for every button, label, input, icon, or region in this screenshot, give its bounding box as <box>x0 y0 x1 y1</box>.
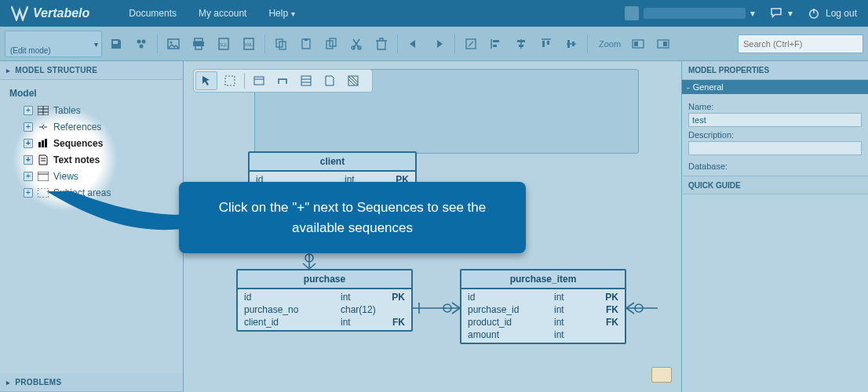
expand-icon[interactable]: + <box>24 139 33 148</box>
sql-export-button[interactable]: SQL <box>213 33 235 55</box>
xml-export-button[interactable]: XML <box>238 33 260 55</box>
col-key: FK <box>600 304 618 315</box>
svg-rect-30 <box>542 41 545 47</box>
align-middle-button[interactable] <box>560 33 582 55</box>
model-description-input[interactable] <box>688 141 862 155</box>
chevron-down-icon: ▾ <box>750 8 755 19</box>
tree-item-label: Sequences <box>53 138 103 149</box>
table-icon <box>38 106 49 115</box>
expand-icon[interactable]: + <box>24 106 33 115</box>
svg-rect-34 <box>572 42 574 46</box>
image-export-button[interactable] <box>162 33 184 55</box>
col-key: FK <box>386 317 405 328</box>
svg-rect-43 <box>38 142 41 147</box>
tree-item-views[interactable]: + Views <box>0 168 183 184</box>
relation-purchaseitem-external[interactable] <box>626 296 658 320</box>
duplicate-button[interactable] <box>320 33 342 55</box>
search-box[interactable] <box>738 34 863 53</box>
chat-button[interactable]: ▾ <box>769 6 793 20</box>
erd-table-purchase-item[interactable]: purchase_item idintPK purchase_idintFK p… <box>460 269 626 344</box>
col-type: int <box>341 317 386 328</box>
table-row[interactable]: client_idintFK <box>238 316 411 328</box>
quick-guide-header[interactable]: QUICK GUIDE <box>682 176 868 194</box>
expand-icon[interactable]: + <box>24 122 33 132</box>
paste-button[interactable] <box>295 33 317 55</box>
table-row[interactable]: purchase_idintFK <box>461 303 625 316</box>
table-row[interactable]: purchase_nochar(12) <box>238 303 411 316</box>
problems-title: PROBLEMS <box>15 378 61 387</box>
svg-text:XML: XML <box>245 42 253 47</box>
expand-icon[interactable]: + <box>24 172 33 181</box>
logout-button[interactable]: Log out <box>807 6 857 20</box>
tree-root[interactable]: Model <box>0 85 183 102</box>
tree-item-text-notes[interactable]: + Text notes <box>0 151 183 168</box>
model-name-input[interactable] <box>688 113 862 127</box>
name-label: Name: <box>688 102 862 111</box>
col-name: id <box>468 292 554 303</box>
table-row[interactable]: idintPK <box>461 291 625 303</box>
col-type: int <box>554 329 600 340</box>
search-input[interactable] <box>743 39 858 49</box>
collapse-icon: ▸ <box>6 67 10 74</box>
power-icon <box>807 6 821 20</box>
resize-canvas-button[interactable] <box>460 33 482 55</box>
tree-item-sequences[interactable]: + Sequences <box>0 135 183 151</box>
align-left-button[interactable] <box>485 33 507 55</box>
svg-rect-25 <box>493 45 497 47</box>
username-blurred <box>644 8 746 19</box>
share-button[interactable] <box>130 33 152 55</box>
add-reference-tool[interactable] <box>272 71 294 90</box>
svg-rect-33 <box>567 40 570 48</box>
table-row[interactable]: product_idintFK <box>461 316 625 328</box>
zoom-fit-width-button[interactable] <box>652 33 674 55</box>
nav-documents[interactable]: Documents <box>118 0 188 27</box>
copy-button[interactable] <box>270 33 292 55</box>
model-name-dropdown[interactable]: (Edit mode) ▾ <box>5 31 102 57</box>
model-structure-header[interactable]: ▸ MODEL STRUCTURE <box>0 61 183 80</box>
align-center-button[interactable] <box>510 33 532 55</box>
table-row[interactable]: idintPK <box>238 291 411 303</box>
avatar-icon <box>625 6 639 20</box>
col-key: FK <box>600 317 618 328</box>
add-table-tool[interactable] <box>248 71 270 90</box>
zoom-label: Zoom <box>599 39 621 49</box>
expand-icon[interactable]: + <box>24 155 33 165</box>
add-area-tool[interactable] <box>342 71 364 90</box>
minimap-icon[interactable] <box>651 367 672 383</box>
svg-point-4 <box>140 44 144 48</box>
save-button[interactable] <box>105 33 127 55</box>
tree-item-references[interactable]: + References <box>0 118 183 135</box>
marquee-tool[interactable] <box>219 71 241 90</box>
delete-button[interactable] <box>370 33 392 55</box>
erd-table-purchase[interactable]: purchase idintPK purchase_nochar(12) cli… <box>236 269 413 332</box>
logo[interactable]: Vertabelo <box>11 5 89 21</box>
problems-header[interactable]: ▸ PROBLEMS <box>0 373 183 392</box>
sequence-icon <box>38 139 49 148</box>
general-section-header[interactable]: -General <box>682 80 868 94</box>
reference-icon <box>38 122 49 132</box>
undo-button[interactable] <box>403 33 425 55</box>
redo-button[interactable] <box>428 33 450 55</box>
add-view-tool[interactable] <box>295 71 317 90</box>
print-button[interactable] <box>188 33 210 55</box>
logo-icon <box>11 5 28 21</box>
properties-panel: MODEL PROPERTIES -General Name: Descript… <box>681 61 868 392</box>
align-top-button[interactable] <box>535 33 557 55</box>
relation-purchase-purchaseitem[interactable] <box>413 296 461 320</box>
nav-help[interactable]: Help▾ <box>257 0 306 27</box>
user-menu[interactable]: ▾ <box>625 6 755 20</box>
svg-rect-31 <box>547 41 549 45</box>
view-icon <box>38 172 49 181</box>
nav-my-account[interactable]: My account <box>188 0 257 27</box>
svg-rect-24 <box>493 40 499 42</box>
col-key: PK <box>386 292 405 303</box>
add-note-tool[interactable] <box>319 71 341 90</box>
main-toolbar: (Edit mode) ▾ SQL XML Zoom <box>0 27 868 61</box>
col-name: purchase_no <box>244 304 341 315</box>
pointer-tool[interactable] <box>195 71 217 90</box>
callout-pointer-icon <box>0 191 184 238</box>
table-row[interactable]: amountint <box>461 328 625 341</box>
zoom-fit-button[interactable] <box>627 33 649 55</box>
tree-item-tables[interactable]: + Tables <box>0 102 183 118</box>
cut-button[interactable] <box>345 33 367 55</box>
